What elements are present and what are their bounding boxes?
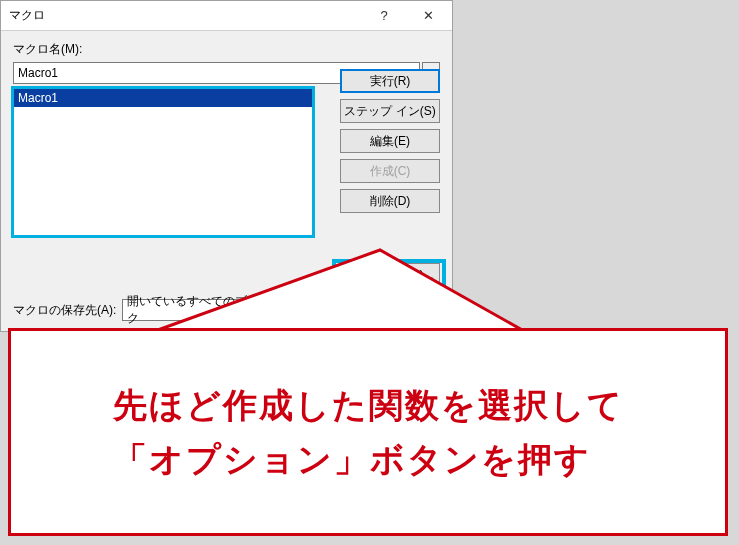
save-location-combo[interactable]: 開いているすべてのブック <box>122 299 272 321</box>
macro-name-label: マクロ名(M): <box>13 41 440 58</box>
options-button[interactable]: オプション(O)... <box>340 263 440 287</box>
close-button[interactable]: ✕ <box>406 2 450 30</box>
button-column: 実行(R) ステップ イン(S) 編集(E) 作成(C) 削除(D) <box>340 69 440 213</box>
edit-button[interactable]: 編集(E) <box>340 129 440 153</box>
save-location-label: マクロの保存先(A): <box>13 302 116 319</box>
callout-text: 先ほど作成した関数を選択して 「オプション」ボタンを押す <box>113 378 624 487</box>
callout-line-1: 先ほど作成した関数を選択して <box>113 386 624 424</box>
save-location-row: マクロの保存先(A): 開いているすべてのブック <box>13 299 272 321</box>
titlebar: マクロ ? ✕ <box>1 1 452 31</box>
close-icon: ✕ <box>423 8 434 23</box>
help-icon: ? <box>380 8 387 23</box>
dialog-content: マクロ名(M): ▲ Macro1 実行(R) ステップ イン(S) 編集(E)… <box>1 31 452 331</box>
create-button: 作成(C) <box>340 159 440 183</box>
callout-box: 先ほど作成した関数を選択して 「オプション」ボタンを押す <box>8 328 728 536</box>
help-button[interactable]: ? <box>362 2 406 30</box>
dialog-title: マクロ <box>9 7 362 24</box>
macro-dialog: マクロ ? ✕ マクロ名(M): ▲ Macro1 実行(R) ステップ イン(… <box>0 0 453 332</box>
delete-button[interactable]: 削除(D) <box>340 189 440 213</box>
callout-line-2: 「オプション」ボタンを押す <box>113 440 591 478</box>
macro-list-area: Macro1 <box>13 88 313 236</box>
run-button[interactable]: 実行(R) <box>340 69 440 93</box>
save-location-value: 開いているすべてのブック <box>127 293 267 327</box>
list-item[interactable]: Macro1 <box>14 89 312 107</box>
step-in-button[interactable]: ステップ イン(S) <box>340 99 440 123</box>
macro-listbox[interactable]: Macro1 <box>13 88 313 236</box>
